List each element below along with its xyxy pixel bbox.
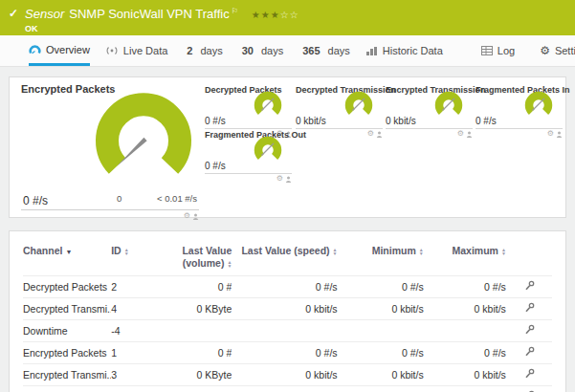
channel-settings-wrench-icon[interactable] <box>523 368 535 380</box>
table-row: Fragmented Packe... 5 0 # 0 #/s 0 #/s 0 … <box>23 386 552 392</box>
channel-settings-wrench-icon[interactable] <box>523 346 535 358</box>
column-header-label: Minimum <box>372 245 416 256</box>
channel-table-card: Channel▼ ID▲▼ Last Value (volume)▲▼ Last… <box>9 230 566 392</box>
last-value-speed: 0 #/s <box>232 386 337 392</box>
minimum-value: 0 #/s <box>338 342 424 364</box>
minimum-value: 0 kbit/s <box>338 298 424 320</box>
gauge-dial <box>342 89 376 121</box>
column-header-last-value-volume[interactable]: Last Value (volume)▲▼ <box>149 241 232 276</box>
gauge-current-value: 0 #/s <box>205 116 226 126</box>
tab-365-days-word: days <box>328 45 350 56</box>
sort-icon: ▲▼ <box>419 248 424 255</box>
tab-historic-data-label: Historic Data <box>383 45 443 56</box>
channel-name: Fragmented Packe... <box>23 386 111 392</box>
channel-id: 2 <box>111 276 149 298</box>
channel-id: 5 <box>111 386 149 392</box>
sort-icon: ▲▼ <box>333 248 338 255</box>
gauge-current-value: 0 #/s <box>475 116 497 126</box>
table-row: Downtime -4 <box>23 320 552 342</box>
gauge-decrypted-packets[interactable]: Decrypted Packets 0 #/s ⚙ <box>205 85 292 129</box>
tab-settings[interactable]: ⚙ Settings <box>540 35 575 66</box>
gauge-fragmented-packets-in[interactable]: Fragmented Packets In 0 #/s ⚙ <box>475 85 563 129</box>
tab-live-data-label: Live Data <box>123 45 167 56</box>
column-header-channel[interactable]: Channel▼ <box>23 241 111 276</box>
last-value-volume <box>149 320 232 342</box>
table-row: Decrypted Packets 2 0 # 0 #/s 0 #/s 0 #/… <box>23 276 552 298</box>
tab-30-days-word: days <box>261 45 283 56</box>
sensor-header: ✓ SensorSNMP SonicWall VPN Traffic⚐★★★☆☆… <box>0 0 575 35</box>
column-header-label: Last Value (speed) <box>241 245 329 256</box>
page-title: SNMP SonicWall VPN Traffic <box>69 7 229 21</box>
gauge-fragmented-packets-out[interactable]: Fragmented Packets Out 0 #/s ⚙ <box>205 130 292 174</box>
channel-name: Encrypted Packets <box>23 342 111 364</box>
channel-settings-wrench-icon[interactable] <box>523 280 535 292</box>
sort-icon: ▲▼ <box>227 260 232 268</box>
tab-overview-label: Overview <box>46 44 90 55</box>
gear-icon[interactable]: ⚙ <box>184 212 190 220</box>
last-value-speed: 0 #/s <box>232 342 337 364</box>
sort-icon: ▲▼ <box>124 248 129 255</box>
tab-live-data[interactable]: Live Data <box>105 35 167 66</box>
stars-filled[interactable]: ★★★ <box>252 10 280 20</box>
status-ok-check-icon: ✓ <box>9 7 18 20</box>
status-badge: OK <box>25 24 299 33</box>
column-header-last-value-speed[interactable]: Last Value (speed)▲▼ <box>232 241 337 276</box>
pin-icon[interactable] <box>192 213 199 220</box>
column-header-label: Channel <box>23 245 62 256</box>
sort-icon: ▲▼ <box>501 248 506 255</box>
minimum-value: 0 #/s <box>338 386 424 392</box>
gear-icon: ⚙ <box>540 45 550 56</box>
maximum-value <box>424 320 506 342</box>
maximum-value: 0 kbit/s <box>424 298 506 320</box>
gauge-encrypted-packets[interactable]: Encrypted Packets 0 #/s 0 < 0.01 #/s ⚙ <box>21 83 199 210</box>
tab-365-days[interactable]: 365days <box>302 35 350 66</box>
pin-icon[interactable] <box>556 131 563 138</box>
log-table-icon <box>481 46 493 55</box>
last-value-volume: 0 # <box>149 342 232 364</box>
tab-365-days-number: 365 <box>302 45 320 56</box>
gear-icon[interactable]: ⚙ <box>457 130 464 138</box>
channel-id: 1 <box>111 342 149 364</box>
last-value-speed: 0 #/s <box>232 276 337 298</box>
gear-icon[interactable]: ⚙ <box>276 175 283 183</box>
gauge-current-value: 0 #/s <box>205 161 226 171</box>
gauge-encrypted-transmission[interactable]: Encrypted Transmission 0 kbit/s ⚙ <box>386 85 473 129</box>
pin-icon[interactable] <box>466 131 473 138</box>
channel-table: Channel▼ ID▲▼ Last Value (volume)▲▼ Last… <box>23 241 552 392</box>
bar-chart-icon <box>365 46 378 56</box>
priority-stars[interactable]: ★★★☆☆ <box>252 10 299 20</box>
gear-icon[interactable]: ⚙ <box>367 130 374 138</box>
channel-id: 3 <box>111 364 149 386</box>
pin-icon[interactable] <box>376 131 383 138</box>
channel-settings-wrench-icon[interactable] <box>523 324 535 336</box>
table-row: Decrypted Transmi... 4 0 KByte 0 kbit/s … <box>23 298 552 320</box>
maximum-value: 0 #/s <box>424 342 506 364</box>
last-value-volume: 0 KByte <box>149 298 232 320</box>
flag-icon[interactable]: ⚐ <box>232 7 238 15</box>
tab-historic-data[interactable]: Historic Data <box>365 35 443 66</box>
gauge-dial <box>251 89 285 121</box>
column-header-label: Last Value (volume) <box>182 245 232 269</box>
gear-icon[interactable]: ⚙ <box>547 130 554 138</box>
tab-bar: Overview Live Data 2days 30days 365days … <box>0 35 575 67</box>
tab-settings-label: Settings <box>555 45 575 56</box>
gauge-dial <box>431 89 466 121</box>
column-header-id[interactable]: ID▲▼ <box>111 241 149 276</box>
channel-id: -4 <box>111 320 149 342</box>
column-header-minimum[interactable]: Minimum▲▼ <box>338 241 424 276</box>
gauge-dial <box>521 89 556 121</box>
gauge-decrypted-transmission[interactable]: Decrypted Transmission 0 kbit/s ⚙ <box>296 85 383 129</box>
tab-2-days[interactable]: 2days <box>187 35 222 66</box>
sort-desc-icon: ▼ <box>65 249 72 255</box>
gauge-current-value: 0 #/s <box>23 194 48 207</box>
gauge-scale-min: 0 <box>117 193 122 204</box>
stars-empty[interactable]: ☆☆ <box>280 10 299 20</box>
tab-log[interactable]: Log <box>481 35 515 66</box>
channel-name: Decrypted Packets <box>23 276 111 298</box>
tab-30-days[interactable]: 30days <box>242 35 284 66</box>
channel-settings-wrench-icon[interactable] <box>523 302 535 314</box>
column-header-maximum[interactable]: Maximum▲▼ <box>424 241 506 276</box>
column-header-actions <box>506 241 552 276</box>
pin-icon[interactable] <box>285 176 292 183</box>
tab-overview[interactable]: Overview <box>29 35 90 66</box>
